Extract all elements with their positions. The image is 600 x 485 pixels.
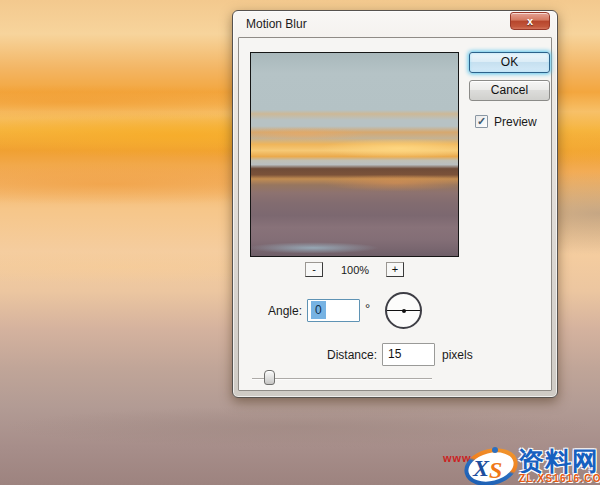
angle-label: Angle: bbox=[259, 304, 302, 318]
distance-unit-label: pixels bbox=[442, 348, 473, 362]
logo-letter-s: S bbox=[489, 457, 502, 483]
dialog-title: Motion Blur bbox=[246, 17, 307, 31]
distance-value: 15 bbox=[388, 347, 401, 361]
zoom-level-label: 100% bbox=[334, 264, 376, 276]
angle-input[interactable]: 0 bbox=[307, 299, 360, 322]
zoom-out-button[interactable]: - bbox=[305, 262, 323, 277]
checkmark-icon: ✓ bbox=[477, 115, 486, 127]
distance-input[interactable]: 15 bbox=[382, 343, 435, 366]
motion-blur-dialog: Motion Blur x - 100% + Angle: 0 ° Distan… bbox=[232, 10, 558, 398]
close-button[interactable]: x bbox=[510, 12, 550, 30]
cancel-button[interactable]: Cancel bbox=[469, 80, 550, 101]
logo-letter-x: X bbox=[472, 455, 490, 481]
distance-slider-thumb[interactable] bbox=[264, 370, 275, 385]
distance-slider bbox=[252, 370, 432, 386]
dialog-titlebar[interactable]: Motion Blur x bbox=[233, 11, 557, 37]
angle-dial-center-dot bbox=[402, 309, 406, 313]
blur-preview-image[interactable] bbox=[250, 52, 459, 257]
angle-degree-symbol: ° bbox=[365, 301, 370, 316]
watermark-xs-logo: X S bbox=[462, 447, 520, 485]
distance-slider-track[interactable] bbox=[252, 378, 432, 380]
close-icon: x bbox=[527, 15, 533, 27]
preview-checkbox-label[interactable]: Preview bbox=[494, 115, 537, 129]
watermark-site-url: ZL.XS1616.COM bbox=[519, 473, 600, 484]
distance-label: Distance: bbox=[299, 348, 377, 362]
dialog-content: - 100% + Angle: 0 ° Distance: 15 pixels … bbox=[238, 37, 552, 391]
logo-dot bbox=[492, 447, 498, 453]
minus-icon: - bbox=[312, 263, 316, 275]
ok-button[interactable]: OK bbox=[469, 52, 550, 73]
plus-icon: + bbox=[392, 263, 398, 275]
preview-checkbox[interactable]: ✓ bbox=[475, 115, 488, 128]
zoom-in-button[interactable]: + bbox=[386, 262, 404, 277]
angle-dial[interactable] bbox=[385, 292, 422, 329]
angle-value-selected: 0 bbox=[311, 301, 326, 319]
